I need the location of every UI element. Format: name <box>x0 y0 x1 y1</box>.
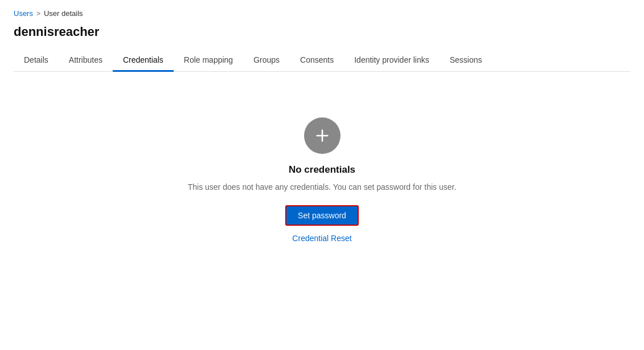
empty-state: No credentials This user does not have a… <box>14 95 630 243</box>
page-wrapper: Users > User details dennisreacher Detai… <box>0 0 644 350</box>
tab-role-mapping[interactable]: Role mapping <box>174 50 243 72</box>
tab-consents[interactable]: Consents <box>290 50 344 72</box>
breadcrumb-separator: > <box>36 10 40 18</box>
empty-description: This user does not have any credentials.… <box>188 182 457 192</box>
empty-heading: No credentials <box>289 164 355 176</box>
set-password-button[interactable]: Set password <box>285 205 359 226</box>
page-title: dennisreacher <box>14 25 630 39</box>
tab-credentials[interactable]: Credentials <box>113 50 174 72</box>
breadcrumb-users-link[interactable]: Users <box>14 9 33 18</box>
tab-details[interactable]: Details <box>14 50 59 72</box>
tab-attributes[interactable]: Attributes <box>59 50 113 72</box>
credential-reset-link[interactable]: Credential Reset <box>292 234 351 243</box>
tab-sessions[interactable]: Sessions <box>440 50 493 72</box>
plus-icon <box>313 127 331 145</box>
tabs-container: Details Attributes Credentials Role mapp… <box>14 50 630 72</box>
breadcrumb: Users > User details <box>14 9 630 18</box>
breadcrumb-current: User details <box>44 9 83 18</box>
tab-identity-provider-links[interactable]: Identity provider links <box>344 50 440 72</box>
tab-groups[interactable]: Groups <box>243 50 290 72</box>
add-credential-icon <box>304 117 341 154</box>
